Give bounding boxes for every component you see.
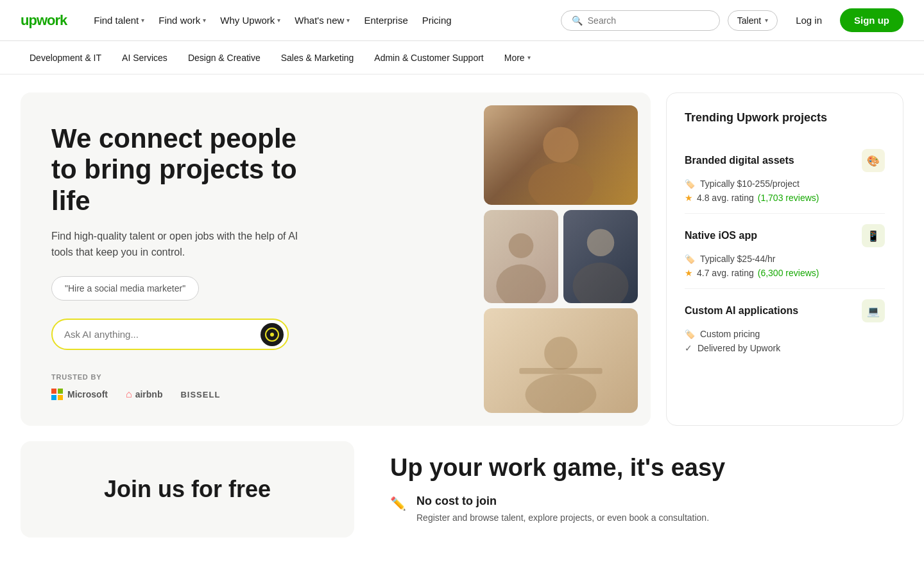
svg-point-1	[528, 162, 594, 205]
ai-input[interactable]	[51, 319, 289, 350]
project-delivered-ai: ✓ Delivered by Upwork	[685, 343, 885, 353]
microsoft-logo: Microsoft	[51, 389, 108, 400]
header: upwork Find talent ▾ Find work ▾ Why Upw…	[0, 0, 924, 41]
svg-point-8	[526, 374, 597, 413]
hero-subtitle: Find high-quality talent or open jobs wi…	[51, 228, 321, 261]
ai-button-dot	[270, 333, 274, 337]
chevron-down-icon: ▾	[277, 17, 280, 24]
svg-point-5	[573, 263, 629, 303]
sub-nav-more[interactable]: More ▾	[495, 48, 540, 68]
search-bar[interactable]: 🔍	[561, 10, 720, 31]
check-icon: ✓	[685, 343, 692, 353]
bissell-text: BISSELL	[180, 390, 220, 399]
sub-nav-admin-support[interactable]: Admin & Customer Support	[365, 48, 492, 68]
work-section: Up your work game, it's easy ✏️ No cost …	[354, 441, 903, 538]
hero-title: We connect people to bring projects to l…	[51, 123, 321, 216]
project-icon-ai: 💻	[862, 299, 885, 322]
sub-nav-design-creative[interactable]: Design & Creative	[179, 48, 270, 68]
project-name-ai: Custom AI applications	[685, 305, 798, 317]
hero-image-mid-row	[484, 210, 638, 303]
nav-find-talent[interactable]: Find talent ▾	[87, 10, 151, 31]
star-icon: ★	[685, 193, 693, 203]
work-title: Up your work game, it's easy	[390, 454, 903, 482]
main-content: We connect people to bring projects to l…	[0, 74, 924, 426]
work-item-no-cost: ✏️ No cost to join Register and browse t…	[390, 495, 903, 525]
airbnb-text: airbnb	[135, 389, 163, 399]
hero-image-collage	[484, 92, 651, 426]
edit-icon: ✏️	[390, 496, 406, 511]
project-price-branded: 🏷️ Typically $10-255/project	[685, 179, 885, 189]
login-button[interactable]: Log in	[785, 10, 832, 31]
microsoft-text: Microsoft	[67, 389, 108, 399]
chevron-down-icon: ▾	[346, 17, 350, 24]
project-icon-branded: 🎨	[862, 149, 885, 172]
project-name-branded: Branded digital assets	[685, 155, 794, 166]
hero-image-top	[484, 105, 638, 205]
project-price-ios: 🏷️ Typically $25-44/hr	[685, 254, 885, 264]
ai-input-wrapper	[51, 319, 289, 350]
svg-point-0	[543, 127, 578, 162]
hero-suggestion[interactable]: "Hire a social media marketer"	[51, 276, 199, 301]
ai-button-ring	[265, 328, 279, 342]
chevron-down-icon: ▾	[527, 54, 531, 61]
work-item-title: No cost to join	[416, 495, 709, 508]
ms-grid-icon	[51, 389, 63, 400]
airbnb-icon: ⌂	[126, 389, 132, 400]
project-rating-ios: ★ 4.7 avg. rating (6,300 reviews)	[685, 268, 885, 278]
hero-image-mid-left	[484, 210, 558, 303]
search-icon: 🔍	[572, 15, 583, 26]
tag-icon: 🏷️	[685, 179, 695, 189]
person-silhouette-2	[484, 210, 558, 303]
hero-card: We connect people to bring projects to l…	[21, 92, 651, 426]
chevron-down-icon: ▾	[765, 17, 768, 24]
hero-text: We connect people to bring projects to l…	[51, 123, 321, 350]
join-title: Join us for free	[104, 476, 271, 503]
person-silhouette-4	[484, 308, 638, 413]
chevron-down-icon: ▾	[141, 17, 144, 24]
airbnb-logo: ⌂ airbnb	[126, 389, 162, 400]
person-silhouette-3	[563, 210, 638, 303]
sub-nav-dev-it[interactable]: Development & IT	[21, 48, 110, 68]
nav-find-work[interactable]: Find work ▾	[152, 10, 212, 31]
svg-point-2	[509, 233, 534, 258]
nav-pricing[interactable]: Pricing	[416, 10, 458, 31]
nav-whats-new[interactable]: What's new ▾	[288, 10, 356, 31]
sub-nav-ai-services[interactable]: AI Services	[113, 48, 176, 68]
bottom-section: Join us for free Up your work game, it's…	[0, 426, 924, 538]
project-price-ai: 🏷️ Custom pricing	[685, 329, 885, 339]
person-silhouette-1	[484, 105, 638, 205]
nav-why-upwork[interactable]: Why Upwork ▾	[214, 10, 287, 31]
header-right: 🔍 Talent ▾ Log in Sign up	[561, 8, 903, 32]
project-item-ai: Custom AI applications 💻 🏷️ Custom prici…	[685, 289, 885, 363]
logo[interactable]: upwork	[21, 12, 67, 29]
work-item-desc: Register and browse talent, explore proj…	[416, 511, 709, 525]
star-icon: ★	[685, 268, 693, 278]
project-item-ios: Native iOS app 📱 🏷️ Typically $25-44/hr …	[685, 214, 885, 289]
project-item-branded: Branded digital assets 🎨 🏷️ Typically $1…	[685, 139, 885, 214]
tag-icon: 🏷️	[685, 254, 695, 264]
sub-nav: Development & IT AI Services Design & Cr…	[0, 41, 924, 74]
nav-enterprise[interactable]: Enterprise	[357, 10, 414, 31]
main-nav: Find talent ▾ Find work ▾ Why Upwork ▾ W…	[87, 10, 556, 31]
hero-image-bottom	[484, 308, 638, 413]
hero-image-mid-right	[563, 210, 638, 303]
svg-point-3	[496, 265, 545, 303]
join-card: Join us for free	[21, 441, 354, 538]
bissell-logo: BISSELL	[180, 389, 220, 400]
ai-submit-button[interactable]	[261, 323, 284, 346]
svg-point-6	[544, 337, 578, 370]
svg-rect-7	[519, 368, 602, 374]
project-rating-branded: ★ 4.8 avg. rating (1,703 reviews)	[685, 193, 885, 203]
trending-card: Trending Upwork projects Branded digital…	[666, 92, 903, 426]
chevron-down-icon: ▾	[203, 17, 206, 24]
project-name-ios: Native iOS app	[685, 230, 757, 241]
signup-button[interactable]: Sign up	[840, 8, 903, 32]
svg-point-4	[587, 229, 615, 256]
search-input[interactable]	[588, 15, 709, 26]
tag-icon: 🏷️	[685, 329, 695, 339]
sub-nav-sales-marketing[interactable]: Sales & Marketing	[272, 48, 363, 68]
trending-title: Trending Upwork projects	[685, 111, 885, 125]
project-icon-ios: 📱	[862, 224, 885, 247]
talent-dropdown[interactable]: Talent ▾	[728, 10, 778, 31]
